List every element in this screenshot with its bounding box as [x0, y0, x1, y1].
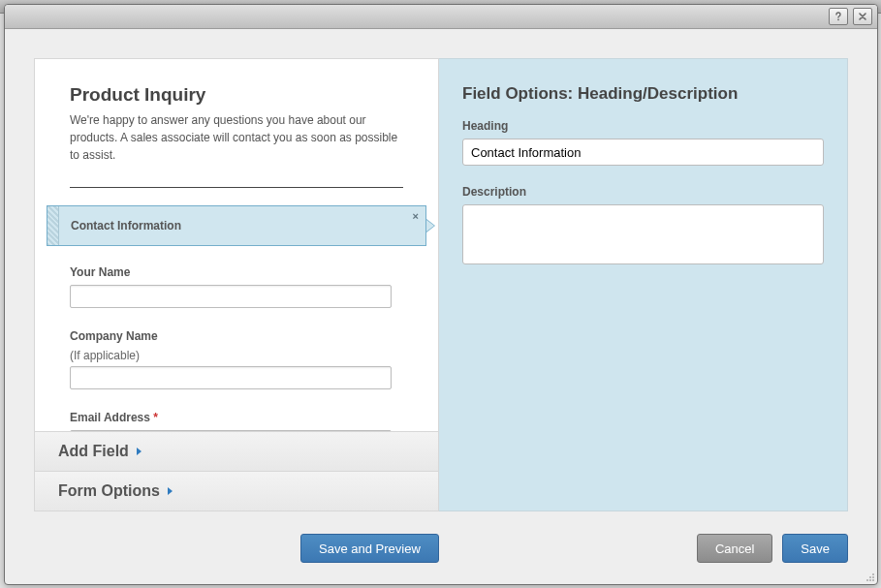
caret-right-icon	[137, 448, 142, 455]
description-field-group: Description	[462, 185, 824, 267]
resize-grip-icon[interactable]	[862, 569, 875, 582]
dialog-help-button[interactable]	[829, 8, 848, 25]
dialog-footer: Save and Preview Cancel Save	[34, 534, 848, 563]
form-preview-column: Product Inquiry We're happy to answer an…	[34, 58, 439, 511]
form-options-label: Form Options	[58, 482, 160, 500]
email-address-input[interactable]	[70, 430, 392, 431]
form-field[interactable]: Email Address *	[70, 411, 403, 431]
required-indicator: *	[153, 411, 158, 424]
description-textarea[interactable]	[462, 204, 824, 264]
save-button[interactable]: Save	[782, 534, 848, 563]
field-options-panel: Field Options: Heading/Description Headi…	[439, 58, 848, 511]
pointer-arrow-icon	[426, 219, 435, 232]
form-intro: We're happy to answer any questions you …	[70, 111, 403, 164]
selected-field-block[interactable]: Contact Information ×	[47, 205, 426, 246]
cancel-label: Cancel	[715, 542, 754, 556]
save-and-preview-label: Save and Preview	[319, 542, 421, 556]
form-editor-dialog: Product Inquiry We're happy to answer an…	[4, 4, 878, 585]
cancel-button[interactable]: Cancel	[697, 534, 772, 563]
field-label: Your Name	[70, 265, 403, 279]
form-options-bar[interactable]: Form Options	[35, 472, 438, 511]
form-title: Product Inquiry	[70, 84, 403, 106]
save-and-preview-button[interactable]: Save and Preview	[300, 534, 439, 563]
add-field-label: Add Field	[58, 443, 129, 460]
remove-field-button[interactable]: ×	[413, 210, 419, 222]
company-name-input[interactable]	[70, 366, 392, 389]
dialog-titlebar	[5, 5, 877, 29]
caret-right-icon	[168, 487, 173, 495]
heading-input[interactable]	[462, 139, 824, 166]
form-field[interactable]: Your Name	[70, 265, 403, 308]
form-preview-panel: Product Inquiry We're happy to answer an…	[34, 58, 439, 431]
save-label: Save	[801, 542, 830, 556]
selected-heading-label: Contact Information	[71, 219, 181, 232]
add-field-bar[interactable]: Add Field	[35, 432, 438, 472]
heading-field-group: Heading	[462, 119, 824, 166]
your-name-input[interactable]	[70, 285, 392, 308]
field-hint: (If applicable)	[70, 349, 403, 362]
field-label: Company Name	[70, 329, 403, 343]
help-icon	[834, 12, 843, 21]
heading-label: Heading	[462, 119, 824, 133]
form-divider	[70, 187, 403, 188]
form-field[interactable]: Company Name (If applicable)	[70, 329, 403, 389]
left-accordion: Add Field Form Options	[34, 431, 439, 511]
description-label: Description	[462, 185, 824, 199]
form-preview-scroll[interactable]: Product Inquiry We're happy to answer an…	[35, 59, 438, 431]
field-label: Email Address *	[70, 411, 403, 424]
close-icon	[858, 12, 867, 21]
svg-point-0	[837, 18, 839, 20]
dialog-close-button[interactable]	[853, 8, 872, 25]
drag-handle-icon[interactable]	[47, 206, 59, 245]
options-title: Field Options: Heading/Description	[462, 84, 824, 104]
